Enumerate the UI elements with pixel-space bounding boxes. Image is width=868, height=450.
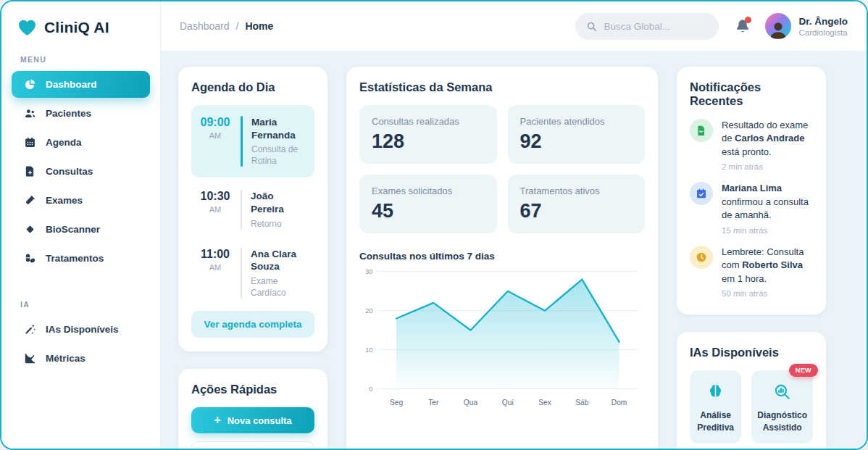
ai-tile-diagnostico-assistido[interactable]: NEW Diagnóstico Assistido	[751, 370, 813, 443]
stat-pacientes-atendidos: Pacientes atendidos 92	[508, 105, 646, 164]
sidebar-item-label: BioScanner	[46, 224, 100, 235]
ai-tools-title: IAs Disponíveis	[690, 346, 813, 359]
sidebar-item-exames[interactable]: Exames	[12, 187, 150, 214]
sidebar-item-ias-disponiveis[interactable]: IAs Disponíveis	[12, 316, 150, 343]
view-full-agenda-button[interactable]: Ver agenda completa	[191, 311, 314, 338]
agenda-title: Agenda do Dia	[191, 80, 314, 94]
notification-item[interactable]: Mariana Lima confirmou a consulta de ama…	[690, 182, 813, 234]
notification-time: 2 min atrás	[722, 162, 813, 171]
sidebar-item-agenda[interactable]: Agenda	[12, 129, 150, 156]
quick-actions-card: Ações Rápidas + Nova consulta Novo pacie…	[178, 369, 327, 450]
svg-text:Qua: Qua	[464, 399, 478, 407]
svg-text:Seg: Seg	[390, 399, 403, 407]
svg-text:Sáb: Sáb	[575, 399, 588, 407]
left-column: Agenda do Dia 09:00 AM Maria Fernanda Co…	[178, 67, 327, 450]
sidebar: CliniQ AI MENU Dashboard Pacientes Agen	[1, 1, 161, 449]
plus-icon: +	[214, 414, 220, 426]
new-patient-button[interactable]: Novo paciente	[191, 441, 314, 450]
line-chart-icon	[24, 352, 36, 364]
quick-actions-title: Ações Rápidas	[191, 383, 314, 396]
ia-nav: IAs Disponíveis Métricas	[1, 316, 160, 372]
consultations-area-chart: 0102030SegTerQuaQuiSexSábDom	[359, 264, 645, 412]
stat-value: 45	[372, 200, 485, 222]
svg-text:0: 0	[369, 386, 372, 393]
appointment-patient: Ana Clara Souza	[251, 248, 307, 273]
sidebar-item-consultas[interactable]: Consultas	[12, 158, 150, 185]
stat-label: Exames solicitados	[372, 186, 485, 196]
notifications-bell-button[interactable]	[735, 18, 751, 34]
sidebar-item-label: Pacientes	[46, 108, 91, 119]
appointment-patient: Maria Fernanda	[251, 116, 307, 141]
svg-text:Sex: Sex	[538, 399, 551, 407]
ai-tile-label: Análise Preditiva	[696, 409, 735, 434]
notification-text: Mariana Lima confirmou a consulta de ama…	[722, 182, 813, 222]
appointment-divider	[241, 248, 242, 299]
stat-consultas-realizadas: Consultas realizadas 128	[359, 105, 497, 164]
new-consultation-button[interactable]: + Nova consulta	[191, 407, 314, 433]
avatar	[765, 13, 791, 39]
breadcrumb-separator: /	[236, 20, 239, 32]
notification-time: 15 min atrás	[722, 226, 813, 235]
appointment-row[interactable]: 09:00 AM Maria Fernanda Consulta de Roti…	[191, 105, 314, 178]
sidebar-item-tratamentos[interactable]: Tratamentos	[12, 245, 150, 272]
stat-value: 128	[372, 130, 485, 153]
breadcrumb-section[interactable]: Dashboard	[180, 20, 230, 32]
notification-item[interactable]: Lembrete: Consulta com Roberto Silva em …	[690, 246, 813, 298]
notification-item[interactable]: Resultado do exame de Carlos Andrade est…	[690, 119, 813, 171]
dashboard-content: Agenda do Dia 09:00 AM Maria Fernanda Co…	[161, 51, 867, 450]
app-window: CliniQ AI MENU Dashboard Pacientes Agen	[0, 0, 868, 450]
menu-section-label: MENU	[1, 55, 160, 64]
new-badge: NEW	[789, 364, 818, 377]
weekly-stats-title: Estatísticas da Semana	[359, 80, 645, 94]
app-title: CliniQ AI	[44, 19, 109, 36]
appointment-meridiem: AM	[199, 131, 232, 140]
appointment-row[interactable]: 11:00 AM Ana Clara Souza Exame Cardíaco	[191, 242, 314, 304]
user-role: Cardiologista	[798, 28, 848, 37]
notification-text: Lembrete: Consulta com Roberto Silva em …	[722, 246, 813, 286]
user-name: Dr. Ângelo	[798, 16, 848, 27]
search-icon	[586, 21, 597, 32]
exam-file-icon	[690, 119, 713, 142]
svg-text:20: 20	[365, 307, 372, 314]
appointment-time: 11:00	[199, 248, 232, 261]
sidebar-item-metricas[interactable]: Métricas	[12, 345, 150, 372]
appointment-type: Retorno	[251, 218, 307, 230]
ai-tools-grid: Análise Preditiva NEW Diagnóstico Assist…	[690, 370, 813, 450]
sidebar-item-dashboard[interactable]: Dashboard	[12, 71, 150, 98]
chart-title: Consultas nos últimos 7 dias	[359, 251, 645, 262]
agenda-card: Agenda do Dia 09:00 AM Maria Fernanda Co…	[178, 67, 327, 351]
stat-tratamentos-ativos: Tratamentos ativos 67	[508, 175, 646, 233]
stat-label: Consultas realizadas	[372, 116, 485, 127]
svg-text:Ter: Ter	[428, 399, 439, 407]
svg-text:30: 30	[365, 268, 372, 275]
sidebar-item-label: Dashboard	[46, 79, 97, 90]
calendar-icon	[24, 136, 36, 149]
ia-section-label: IA	[1, 300, 160, 309]
sidebar-item-label: Consultas	[46, 166, 93, 177]
sidebar-item-pacientes[interactable]: Pacientes	[12, 100, 150, 127]
heart-logo-icon	[17, 19, 37, 36]
appointment-row[interactable]: 10:30 AM João Pereira Retorno	[191, 184, 314, 235]
right-column: Notificações Recentes Resultado do exame…	[677, 67, 826, 450]
appointment-divider	[241, 190, 242, 229]
appointment-patient: João Pereira	[251, 190, 307, 215]
appointment-type: Consulta de Rotina	[251, 143, 307, 167]
breadcrumb-page: Home	[245, 20, 273, 32]
search-input[interactable]	[604, 21, 708, 32]
stat-exames-solicitados: Exames solicitados 45	[359, 175, 497, 233]
sidebar-item-label: Métricas	[46, 353, 85, 364]
top-bar: Dashboard / Home Dr. Ângelo Cardiologist…	[161, 1, 867, 51]
notification-time: 50 min atrás	[722, 289, 813, 298]
user-profile[interactable]: Dr. Ângelo Cardiologista	[765, 13, 848, 39]
stat-label: Tratamentos ativos	[520, 186, 633, 196]
ai-tools-card: IAs Disponíveis Análise Preditiva NEW	[677, 332, 826, 450]
notifications-card: Notificações Recentes Resultado do exame…	[677, 67, 826, 314]
notification-text: Resultado do exame de Carlos Andrade est…	[722, 119, 813, 159]
ai-tile-analise-preditiva[interactable]: Análise Preditiva	[690, 370, 741, 443]
notifications-title: Notificações Recentes	[690, 80, 813, 108]
diagnostic-search-icon	[773, 391, 791, 403]
clock-icon	[690, 246, 713, 269]
sidebar-item-bioscanner[interactable]: BioScanner	[12, 216, 150, 243]
magic-wand-icon	[24, 323, 36, 336]
sidebar-item-label: Agenda	[46, 137, 82, 148]
